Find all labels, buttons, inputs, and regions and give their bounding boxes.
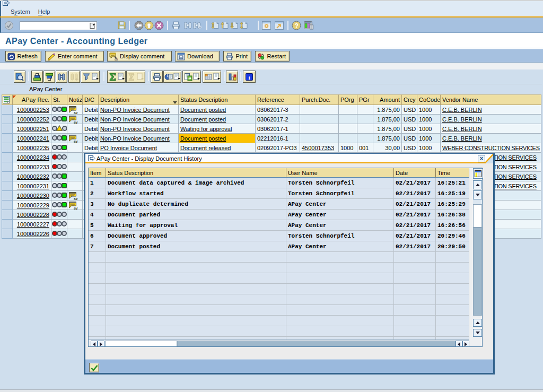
svg-text:i: i [248,74,250,80]
svg-text:6d: 6d [74,140,78,143]
svg-text:6d: 6d [74,206,78,210]
svg-text:?: ? [295,22,299,30]
svg-text:6d: 6d [74,120,78,124]
svg-text:6d: 6d [74,111,78,114]
svg-text:6d: 6d [74,197,78,200]
svg-text:6d: 6d [115,57,118,60]
